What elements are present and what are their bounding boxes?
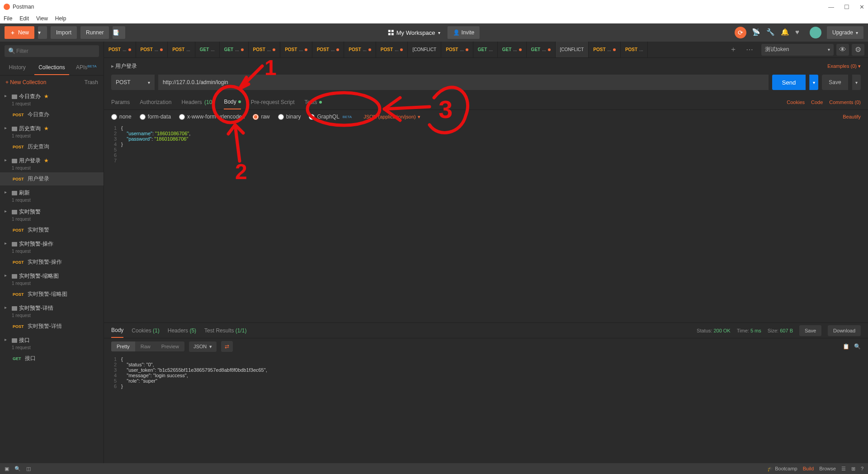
send-button[interactable]: Send: [772, 75, 806, 90]
layout-horizontal-icon[interactable]: ☰: [841, 466, 846, 472]
request-tab[interactable]: [CONFLICT: [556, 42, 589, 57]
save-button[interactable]: Save: [822, 75, 848, 90]
resp-download-button[interactable]: Download: [828, 325, 861, 336]
send-dropdown[interactable]: ▾: [809, 75, 818, 90]
copy-icon[interactable]: 📋: [843, 343, 849, 350]
menu-edit[interactable]: Edit: [19, 15, 29, 22]
layout-vertical-icon[interactable]: ⊞: [851, 466, 855, 472]
resp-preview[interactable]: Preview: [156, 341, 184, 351]
avatar[interactable]: [810, 27, 821, 38]
collection-folder[interactable]: 历史查询 ★1 request: [0, 121, 104, 140]
request-tab[interactable]: POST...: [344, 42, 376, 57]
tab-history[interactable]: History: [0, 61, 34, 75]
invite-button[interactable]: 👤 Invite: [448, 26, 480, 39]
sync-icon[interactable]: ⟳: [735, 27, 746, 38]
wrap-lines-icon[interactable]: ⇄: [221, 341, 233, 352]
request-body-editor[interactable]: 1{2 "username": "18601086706",3 "passwor…: [104, 123, 868, 323]
collection-folder[interactable]: 实时预警-缩略图1 request: [0, 269, 104, 288]
body-urlencoded[interactable]: x-www-form-urlencoded: [179, 114, 245, 120]
request-tab[interactable]: POST...: [621, 42, 648, 57]
request-tab[interactable]: POST...: [441, 42, 473, 57]
wrench-icon[interactable]: 🔧: [766, 28, 775, 37]
menu-help[interactable]: Help: [55, 15, 66, 22]
request-item[interactable]: POST实时预警-详情: [0, 320, 104, 333]
resp-save-button[interactable]: Save: [799, 325, 821, 336]
request-tab[interactable]: POST...: [249, 42, 281, 57]
tab-tests[interactable]: Tests: [305, 95, 322, 109]
request-tab[interactable]: GET...: [527, 42, 556, 57]
response-body-viewer[interactable]: 1{2 "status": "0",3 "user_token": "b1c52…: [104, 355, 868, 463]
tab-authorization[interactable]: Authorization: [140, 95, 171, 109]
body-raw[interactable]: raw: [253, 114, 269, 120]
tab-params[interactable]: Params: [111, 95, 130, 109]
request-tab[interactable]: POST...: [280, 42, 312, 57]
request-item[interactable]: POST实时预警: [0, 223, 104, 237]
help-icon[interactable]: ?: [861, 466, 863, 471]
collection-folder[interactable]: 实时预警-详情1 request: [0, 301, 104, 320]
new-button[interactable]: ＋New: [5, 26, 34, 39]
workspace-selector[interactable]: My Workspace ▾: [388, 29, 440, 36]
save-dropdown[interactable]: ▾: [852, 75, 861, 90]
examples-dropdown[interactable]: Examples (0) ▾: [827, 63, 861, 69]
cookies-link[interactable]: Cookies: [787, 100, 805, 105]
bell-icon[interactable]: 🔔: [781, 28, 790, 37]
add-tab-button[interactable]: ＋: [725, 42, 741, 57]
tab-headers[interactable]: Headers (10): [181, 95, 214, 109]
filter-input[interactable]: [5, 45, 99, 57]
body-none[interactable]: none: [111, 114, 132, 120]
request-tab[interactable]: GET...: [220, 42, 249, 57]
request-tab[interactable]: POST...: [168, 42, 195, 57]
request-item[interactable]: POST实时预警-缩略图: [0, 288, 104, 301]
request-tab[interactable]: GET...: [473, 42, 498, 57]
menu-view[interactable]: View: [36, 15, 48, 22]
env-settings-icon[interactable]: ⚙: [852, 44, 864, 56]
find-icon[interactable]: 🔍: [14, 466, 21, 472]
body-formdata[interactable]: form-data: [140, 114, 171, 120]
request-item[interactable]: POST实时预警-操作: [0, 256, 104, 269]
request-tab[interactable]: POST...: [136, 42, 168, 57]
trash-link[interactable]: Trash: [85, 79, 98, 85]
satellite-icon[interactable]: 📡: [752, 28, 761, 37]
tab-overflow-button[interactable]: ⋯: [741, 42, 758, 57]
beautify-link[interactable]: Beautify: [843, 114, 861, 119]
upgrade-button[interactable]: Upgrade: [827, 26, 863, 39]
resp-raw[interactable]: Raw: [135, 341, 156, 351]
search-response-icon[interactable]: 🔍: [854, 343, 861, 350]
resp-tab-headers[interactable]: Headers (5): [168, 324, 196, 337]
import-button[interactable]: Import: [51, 26, 77, 39]
new-collection-button[interactable]: + New Collection: [5, 79, 46, 85]
request-tab[interactable]: POST...: [312, 42, 344, 57]
resp-tab-body[interactable]: Body: [111, 323, 123, 338]
request-tab[interactable]: POST...: [104, 42, 136, 57]
collection-folder[interactable]: 今日查办 ★1 request: [0, 89, 104, 108]
tab-body[interactable]: Body: [224, 95, 241, 109]
build-link[interactable]: Build: [803, 466, 814, 471]
capture-requests-button[interactable]: 📑: [113, 26, 125, 39]
console-icon[interactable]: ▣: [5, 466, 9, 472]
collection-folder[interactable]: 接口1 request: [0, 333, 104, 352]
request-item[interactable]: POST用户登录: [0, 172, 104, 185]
request-tab[interactable]: [CONFLICT: [408, 42, 441, 57]
tab-collections[interactable]: Collections: [34, 61, 69, 75]
environment-selector[interactable]: 测试token▾: [761, 44, 834, 56]
content-type-dropdown[interactable]: JSON (application/json) ▾: [363, 114, 420, 120]
env-quicklook-icon[interactable]: 👁: [836, 44, 849, 56]
browse-link[interactable]: Browse: [819, 466, 836, 471]
request-item[interactable]: GET接口: [0, 352, 104, 365]
body-graphql[interactable]: GraphQLBETA: [309, 114, 352, 120]
comments-link[interactable]: Comments (0): [829, 100, 861, 105]
url-input[interactable]: [158, 75, 769, 90]
minimize-icon[interactable]: —: [828, 4, 834, 10]
resp-tab-cookies[interactable]: Cookies (1): [132, 324, 159, 337]
tab-prerequest[interactable]: Pre-request Script: [251, 95, 295, 109]
resp-format-selector[interactable]: JSON ▾: [189, 341, 217, 352]
request-item[interactable]: POST历史查询: [0, 140, 104, 153]
code-link[interactable]: Code: [811, 100, 823, 105]
request-tab[interactable]: POST...: [376, 42, 408, 57]
close-icon[interactable]: ✕: [859, 4, 864, 10]
request-item[interactable]: POST今日查办: [0, 108, 104, 121]
collection-folder[interactable]: 用户登录 ★1 request: [0, 153, 104, 172]
request-tab[interactable]: POST...: [589, 42, 621, 57]
collection-folder[interactable]: 刷新1 request: [0, 185, 104, 204]
resp-pretty[interactable]: Pretty: [111, 341, 135, 351]
